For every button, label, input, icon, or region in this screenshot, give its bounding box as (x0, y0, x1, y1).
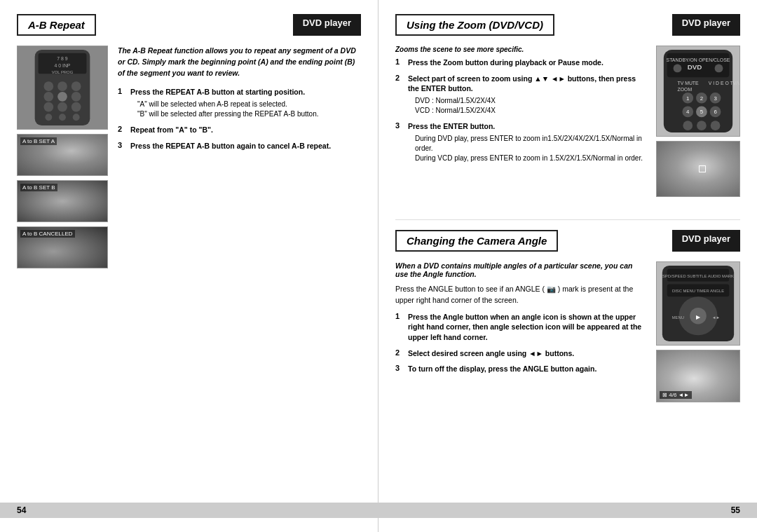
svg-text:MENU: MENU (672, 315, 684, 320)
angle-step-3-number: 3 (395, 364, 402, 372)
svg-point-15 (45, 114, 52, 121)
thumb-cancelled: A to B CANCELLED (17, 226, 108, 268)
step-1-bullets: "A" will be selected when A-B repeat is … (130, 100, 361, 119)
svg-point-41 (697, 121, 707, 130)
right-top-header: Using the Zoom (DVD/VCD) DVD player (395, 14, 740, 36)
angle-steps: 1 Press the Angle button when an angle i… (395, 312, 646, 374)
svg-text:ZOOM: ZOOM (678, 87, 693, 92)
svg-point-6 (43, 81, 53, 91)
angle-content: When a DVD contains multiple angles of a… (395, 261, 740, 402)
zoom-step-1-number: 1 (395, 57, 402, 66)
zoom-remote-image: STANDBY/ON OPEN/CLOSE DVD TV MUTE V I D … (656, 46, 740, 137)
angle-body-text: Press the ANGLE button to see if an ANGL… (395, 284, 646, 306)
svg-point-14 (71, 102, 81, 112)
zoom-step-1: 1 Press the Zoom button during playback … (395, 57, 646, 68)
step-3-number: 3 (118, 141, 125, 149)
svg-point-12 (43, 102, 53, 112)
zoom-step-3-bullet-2: During VCD play, press ENTER to zoom in … (415, 154, 646, 163)
svg-point-8 (71, 81, 81, 91)
zoom-step-3-text: Press the ENTER button. (408, 122, 495, 130)
svg-point-22 (674, 64, 682, 73)
left-section-title: A-B Repeat (17, 14, 96, 36)
svg-point-17 (73, 114, 80, 121)
right-top-section: Using the Zoom (DVD/VCD) DVD player Zoom… (395, 14, 740, 210)
step-1-bullet-1: "A" will be selected when A-B repeat is … (137, 100, 361, 109)
left-images: 7 8 9 4 0 INP VOL PROG (17, 46, 108, 268)
svg-text:TV MUTE: TV MUTE (678, 81, 700, 86)
svg-text:DVD: DVD (688, 64, 702, 71)
left-section-header: A-B Repeat DVD player (17, 14, 361, 36)
left-step-1: 1 Press the REPEAT A-B button at startin… (118, 87, 361, 119)
zoom-step-2-number: 2 (395, 74, 402, 82)
angle-display-label: ⊠ 4/6 ◄► (660, 391, 692, 399)
svg-point-7 (57, 81, 67, 91)
right-top-images: STANDBY/ON OPEN/CLOSE DVD TV MUTE V I D … (656, 46, 740, 197)
step-3-content: Press the REPEAT A-B button again to can… (130, 141, 361, 151)
svg-text:SPD/SPEED  SUBTITLE  AUDIO  MA: SPD/SPEED SUBTITLE AUDIO MARK (662, 274, 734, 278)
right-page-number: 55 (731, 503, 757, 518)
step-2-content: Repeat from "A" to "B". (130, 125, 361, 135)
angle-step-1: 1 Press the Angle button when an angle i… (395, 312, 646, 343)
svg-text:4  0  INP: 4 0 INP (55, 63, 71, 68)
zoom-step-3-content: Press the ENTER button. During DVD play,… (408, 121, 646, 163)
step-1-number: 1 (118, 87, 125, 95)
thumb-label-2: A to B SET B (20, 184, 57, 191)
step-2-number: 2 (118, 125, 125, 133)
left-page-number: 54 (0, 503, 378, 518)
svg-text:1: 1 (686, 95, 689, 102)
svg-text:V I D E O  TV/VHR: V I D E O TV/VHR (709, 81, 739, 86)
svg-text:VOL PROG: VOL PROG (52, 70, 74, 74)
right-top-content: Zooms the scene to see more specific. 1 … (395, 46, 740, 197)
zoom-step-2-text: Select part of screen to zoom using ▲▼ ◄… (408, 74, 636, 93)
step-1-bullet-2: "B" will be selected after pressing the … (137, 109, 361, 119)
thumb-label-3: A to B CANCELLED (20, 230, 75, 238)
svg-point-10 (57, 92, 67, 102)
left-bottom-bar: 54 (0, 503, 378, 518)
svg-text:▶: ▶ (696, 314, 701, 320)
left-page: A-B Repeat DVD player 7 8 9 4 0 INP (0, 0, 378, 532)
zoom-step-3-bullet-1: During DVD play, press ENTER to zoom in1… (415, 134, 646, 154)
svg-point-11 (71, 92, 81, 102)
angle-intro-italic: When a DVD contains multiple angles of a… (395, 261, 646, 278)
thumb-label-1: A to B SET A (20, 137, 57, 145)
angle-text: When a DVD contains multiple angles of a… (395, 261, 646, 402)
zoom-butterfly-image (656, 141, 740, 197)
svg-point-24 (715, 64, 723, 73)
right-top-text: Zooms the scene to see more specific. 1 … (395, 46, 646, 197)
step-1-content: Press the REPEAT A-B button at starting … (130, 87, 361, 119)
angle-title: Changing the Camera Angle (395, 230, 558, 252)
angle-badge: DVD player (672, 230, 740, 252)
svg-text:3: 3 (714, 95, 717, 102)
left-step-3: 3 Press the REPEAT A-B button again to c… (118, 141, 361, 151)
zoom-caption: Zooms the scene to see more specific. (395, 46, 646, 53)
zoom-bullet-2: VCD : Normal/1.5X/2X/4X (415, 106, 646, 116)
zoom-step-1-text: Press the Zoom button during playback or… (408, 57, 646, 68)
left-content: 7 8 9 4 0 INP VOL PROG (17, 46, 361, 268)
device-remote-image: 7 8 9 4 0 INP VOL PROG (17, 46, 108, 130)
angle-butterfly-image: ⊠ 4/6 ◄► (656, 350, 740, 402)
right-top-title: Using the Zoom (DVD/VCD) (395, 14, 554, 36)
zoom-step-2: 2 Select part of screen to zoom using ▲▼… (395, 74, 646, 116)
svg-point-42 (711, 121, 721, 130)
svg-point-16 (59, 114, 66, 121)
angle-step-1-text: Press the Angle button when an angle ico… (408, 312, 646, 343)
angle-step-2-text: Select desired screen angle using ◄► but… (408, 348, 646, 359)
left-step-2: 2 Repeat from "A" to "B". (118, 125, 361, 135)
right-page: Using the Zoom (DVD/VCD) DVD player Zoom… (378, 0, 757, 532)
svg-text:7  8  9: 7 8 9 (57, 56, 67, 61)
zoom-bullet-1: DVD : Normal/1.5X/2X/4X (415, 96, 646, 106)
angle-remote-image: SPD/SPEED SUBTITLE AUDIO MARK DISC MENU … (656, 261, 740, 346)
svg-text:DISC MENU    TIMER          AN: DISC MENU TIMER ANGLE (672, 289, 724, 293)
thumb-a-set-a: A to B SET A (17, 134, 108, 176)
angle-step-1-number: 1 (395, 312, 402, 320)
right-bottom-bar: 55 (378, 503, 757, 518)
svg-text:STANDBY/ON    OPEN/CLOSE: STANDBY/ON OPEN/CLOSE (667, 57, 730, 62)
svg-point-13 (57, 102, 67, 112)
svg-text:4: 4 (686, 109, 690, 115)
angle-step-3: 3 To turn off the display, press the ANG… (395, 364, 646, 374)
right-bottom-section: Changing the Camera Angle DVD player Whe… (395, 230, 740, 402)
angle-header: Changing the Camera Angle DVD player (395, 230, 740, 252)
zoom-step-3-bullets: During DVD play, press ENTER to zoom in1… (408, 134, 646, 163)
zoom-steps: 1 Press the Zoom button during playback … (395, 57, 646, 163)
page: A-B Repeat DVD player 7 8 9 4 0 INP (0, 0, 757, 532)
